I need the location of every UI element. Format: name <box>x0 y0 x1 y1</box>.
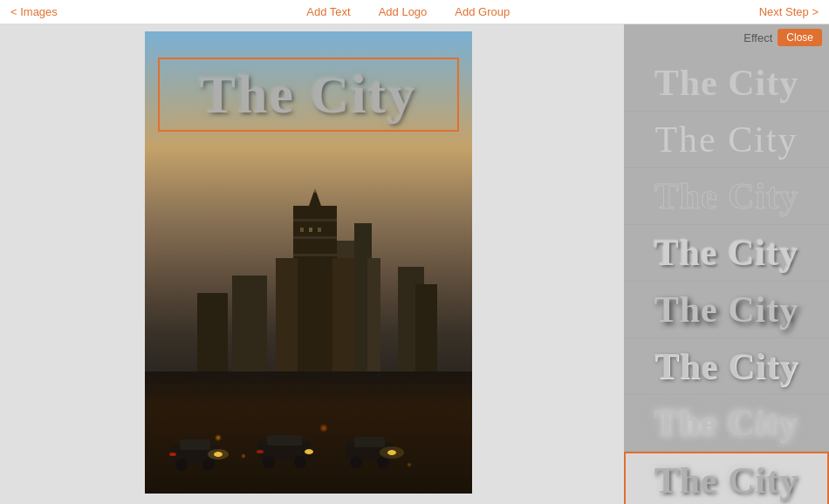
svg-point-31 <box>350 456 362 468</box>
svg-point-23 <box>208 449 229 460</box>
style-text-2: The City <box>654 119 798 160</box>
style-text-7: The City <box>654 402 799 444</box>
cars-svg <box>145 406 472 476</box>
svg-rect-7 <box>293 236 337 239</box>
svg-rect-13 <box>318 228 321 232</box>
toolbar-left: < Images <box>10 5 58 18</box>
svg-rect-6 <box>293 219 337 221</box>
next-step-button[interactable]: Next Step > <box>759 5 819 18</box>
svg-point-34 <box>380 446 404 459</box>
add-text-button[interactable]: Add Text <box>306 5 350 18</box>
svg-rect-12 <box>309 228 312 232</box>
canvas-area: The City <box>142 24 474 504</box>
add-group-button[interactable]: Add Group <box>455 5 510 18</box>
svg-rect-30 <box>354 437 385 447</box>
style-text-6: The City <box>654 345 799 387</box>
svg-point-27 <box>294 456 306 468</box>
style-text-3: The City <box>654 175 799 217</box>
svg-point-20 <box>175 459 188 471</box>
style-text-8: The City <box>654 460 799 501</box>
style-item-6[interactable]: The City <box>624 338 829 395</box>
canvas-image: The City <box>145 31 472 494</box>
back-button[interactable]: < Images <box>10 5 58 18</box>
overlay-text: The City <box>200 64 417 126</box>
style-list: The City The City The City The City The … <box>624 24 829 504</box>
add-logo-button[interactable]: Add Logo <box>379 5 428 18</box>
svg-rect-11 <box>300 228 304 232</box>
svg-rect-9 <box>276 258 298 380</box>
style-item-3[interactable]: The City <box>624 168 829 225</box>
text-overlay[interactable]: The City <box>158 58 459 132</box>
style-item-8-selected[interactable]: The City <box>624 452 829 504</box>
effect-label: Effect <box>743 31 772 44</box>
style-item-4[interactable]: The City <box>624 225 829 282</box>
svg-rect-2 <box>367 258 380 380</box>
style-text-5: The City <box>654 289 799 330</box>
svg-point-35 <box>169 453 176 456</box>
close-button[interactable]: Close <box>778 29 822 46</box>
middle-space <box>474 24 624 504</box>
svg-rect-8 <box>293 254 337 256</box>
svg-point-28 <box>305 449 313 454</box>
style-item-7[interactable]: The City <box>624 395 829 452</box>
style-item-1[interactable]: The City <box>624 55 829 112</box>
style-text-4: The City <box>654 232 799 274</box>
svg-rect-16 <box>415 284 437 380</box>
svg-rect-19 <box>180 439 210 450</box>
style-item-5[interactable]: The City <box>624 282 829 338</box>
svg-point-21 <box>202 459 215 471</box>
city-buildings-svg <box>145 188 472 380</box>
svg-rect-25 <box>267 435 302 446</box>
svg-rect-10 <box>332 258 354 380</box>
toolbar-right: Next Step > <box>759 5 819 18</box>
left-space <box>0 24 142 504</box>
svg-rect-14 <box>232 276 267 380</box>
svg-rect-3 <box>293 206 337 380</box>
effect-header: Effect Close <box>743 29 822 46</box>
right-panel: Effect Close The City The City The City … <box>624 24 829 504</box>
toolbar-center: Add Text Add Logo Add Group <box>306 5 510 18</box>
svg-point-26 <box>263 456 275 468</box>
toolbar: < Images Add Text Add Logo Add Group Nex… <box>0 0 829 24</box>
main-area: The City Effect Close The City The City … <box>0 24 829 504</box>
style-text-1: The City <box>654 62 799 104</box>
road-area <box>145 371 472 494</box>
svg-rect-17 <box>197 293 228 380</box>
style-item-2[interactable]: The City <box>624 112 829 168</box>
svg-point-36 <box>257 450 264 453</box>
